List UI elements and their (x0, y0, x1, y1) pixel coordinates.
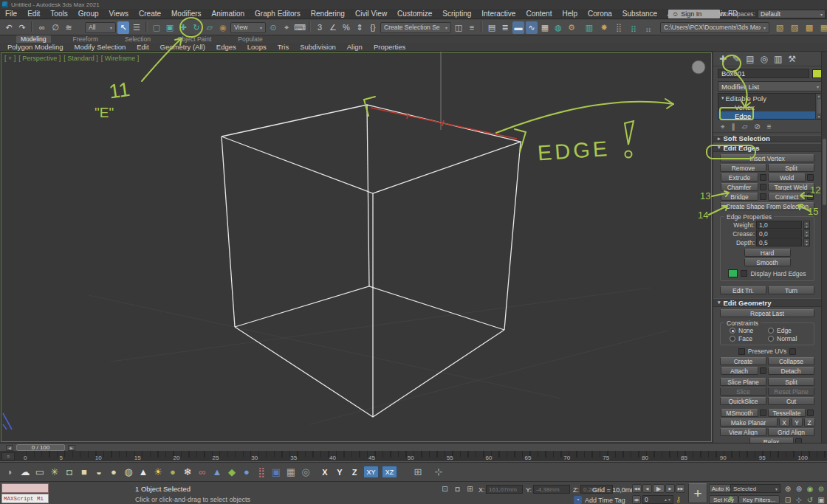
constraint-normal-radio[interactable]: Normal (768, 335, 805, 342)
motion-tab-icon[interactable]: ◎ (760, 54, 767, 64)
panel-scrollbar[interactable] (821, 52, 827, 443)
blue-sphere-icon[interactable]: ● (239, 465, 254, 480)
set-key-mode-icon[interactable]: ⚷ (676, 495, 681, 503)
cut-button[interactable]: Cut (768, 397, 814, 405)
menu-item[interactable]: Customize (392, 9, 437, 19)
keyboard-shortcut-override-icon[interactable]: ⌨ (294, 21, 306, 34)
time-slider-track[interactable]: ◀ 0 / 100 ▶ (0, 443, 827, 451)
edit-geometry-rollout-header[interactable]: ▾ Edit Geometry (713, 298, 821, 307)
zoom-extents-icon[interactable]: ◉ (805, 483, 815, 494)
hand-tool-icon[interactable]: ✸ (598, 21, 610, 34)
select-and-manipulate-icon[interactable]: ⌖ (281, 21, 292, 34)
tab-selection[interactable]: Selection (120, 35, 155, 43)
maxscript-mini-label[interactable]: MAXScript Mi (1, 494, 49, 503)
constraint-face-radio[interactable]: Face (730, 335, 766, 342)
make-planar-button[interactable]: Make Planar (720, 418, 778, 427)
select-and-link-icon[interactable]: ∞ (36, 21, 48, 34)
make-unique-icon[interactable]: ▱ (742, 122, 748, 131)
menu-item[interactable]: Interactive (476, 9, 521, 19)
sun-icon[interactable]: ☀ (151, 465, 165, 480)
spinner-snap-icon[interactable]: ⇕ (354, 21, 366, 34)
view-align-button[interactable]: View Align (720, 428, 766, 436)
dot-grid-2-icon[interactable]: ⣶ (628, 21, 639, 34)
render-setup-icon[interactable]: ⚙ (566, 21, 577, 34)
display-tab-icon[interactable]: ▥ (774, 54, 782, 64)
cone-icon[interactable]: ▲ (136, 465, 151, 480)
weight-spinner[interactable]: ▲▼ (803, 221, 810, 229)
ribbon-subtab[interactable]: Edit (137, 43, 148, 51)
key-filters-icon[interactable]: ✱ (728, 495, 734, 503)
track-bar[interactable]: ≡ 05101520253035404550556065707580859095… (0, 451, 827, 462)
attach-button[interactable]: Attach (721, 367, 758, 375)
hard-edge-color-swatch[interactable] (728, 269, 738, 277)
plane-xz-button[interactable]: XZ (382, 466, 397, 478)
viewport-pov-menu[interactable]: [ Perspective ] (18, 55, 61, 62)
create-shape-button[interactable]: Create Shape From Selection (720, 202, 814, 210)
zoom-extents-all-icon[interactable]: ⊚ (816, 483, 826, 494)
crosshair-icon[interactable]: ⊹ (431, 465, 446, 480)
chamfer-button[interactable]: Chamfer (721, 183, 758, 191)
previous-frame-button[interactable]: ◀ (642, 484, 652, 493)
soft-selection-rollout-header[interactable]: ▸ Soft Selection (713, 135, 821, 142)
key-filters-button[interactable]: Key Filters... (738, 495, 780, 504)
object-name-field[interactable]: Box001 (718, 69, 809, 78)
menu-item[interactable]: Graph Editors (250, 9, 306, 19)
create-button[interactable]: Create (720, 357, 766, 365)
menu-item[interactable]: Create (134, 9, 166, 19)
smooth-button[interactable]: Smooth (744, 258, 791, 266)
menu-item[interactable]: Modifiers (166, 9, 207, 19)
collapse-button[interactable]: Collapse (768, 357, 814, 365)
time-slider-next-arrow[interactable]: ▶ (68, 445, 75, 451)
hierarchy-tab-icon[interactable]: ▤ (746, 54, 754, 64)
zoom-all-icon[interactable]: ⊛ (794, 483, 804, 494)
dot-grid-3-icon[interactable]: ⣤ (642, 21, 654, 34)
menu-item[interactable]: Animation (207, 9, 250, 19)
camera-icon[interactable]: ◘ (62, 465, 77, 480)
make-planar-x-button[interactable]: X (779, 418, 790, 427)
constraint-edge-radio[interactable]: Edge (768, 327, 805, 334)
go-to-start-button[interactable]: ◀◀ (632, 484, 642, 493)
use-pivot-point-center-icon[interactable]: ⊙ (267, 21, 279, 34)
stack-edge[interactable]: Edge (718, 111, 823, 120)
isolate-selection-toggle-icon[interactable]: ⊡ (440, 484, 450, 494)
rendered-frame-window-icon[interactable]: ▦ (818, 21, 827, 34)
quickslice-button[interactable]: QuickSlice (720, 397, 766, 405)
extrude-button[interactable]: Extrude (721, 173, 758, 182)
add-time-tag[interactable]: ◔ Add Time Tag (574, 496, 625, 504)
insert-vertex-button[interactable]: Insert Vertex (720, 154, 814, 162)
scene-explorer-toggle-icon[interactable]: ▤ (486, 21, 498, 34)
show-end-result-icon[interactable]: ∥ (732, 122, 735, 131)
schematic-view-icon[interactable]: ▦ (539, 21, 551, 34)
absolute-mode-icon[interactable]: ⊞ (465, 484, 475, 494)
stack-editable-poly[interactable]: Editable Poly (718, 94, 823, 103)
menu-item[interactable]: Scripting (437, 9, 476, 19)
menu-item[interactable]: Edit (22, 9, 45, 19)
create-key-button[interactable]: + (688, 483, 707, 503)
display-hard-edges-checkbox[interactable] (741, 270, 747, 277)
material-map-icon[interactable]: ▥ (583, 21, 595, 34)
bridge-button[interactable]: Bridge (721, 193, 758, 201)
ribbon-subtab[interactable]: Subdivision (300, 43, 336, 51)
image-plane-icon[interactable]: ▭ (32, 465, 47, 480)
crease-spinner[interactable]: ▲▼ (803, 229, 810, 238)
cloud-icon[interactable]: ☁ (18, 465, 32, 480)
modifier-list-dropdown[interactable]: Modifier List ▾ (718, 81, 823, 92)
make-planar-y-button[interactable]: Y (792, 418, 803, 427)
slice-button[interactable]: Slice (720, 387, 766, 396)
selected-edge[interactable] (371, 108, 517, 139)
split-toggle[interactable]: Split (768, 378, 814, 386)
angle-snap-icon[interactable]: ∠ (327, 21, 339, 34)
ribbon-subtab[interactable]: Properties (374, 43, 405, 51)
tab-populate[interactable]: Populate (233, 35, 267, 43)
split-button[interactable]: Split (768, 164, 814, 172)
frame-spinner[interactable]: ▲▼ (664, 497, 671, 502)
ribbon-toggle-icon[interactable]: ▬ (512, 21, 524, 34)
ribbon-subtab[interactable]: Loops (247, 43, 267, 51)
edit-edges-rollout-header[interactable]: ▾ Edit Edges (713, 143, 821, 152)
redo-icon[interactable]: ↷ (16, 21, 28, 34)
play-button[interactable]: ▶ (653, 484, 665, 493)
teapot-icon[interactable]: ◗ (3, 465, 18, 480)
zoom-region-icon[interactable]: ⊡ (783, 494, 793, 504)
x-coord-field[interactable]: 161,07mm (486, 485, 523, 494)
ribbon-subtab[interactable]: Tris (278, 43, 289, 51)
